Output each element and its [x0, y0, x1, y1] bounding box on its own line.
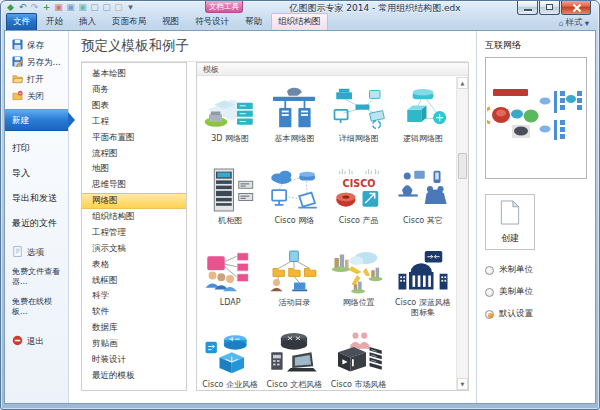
export-ppt-icon[interactable]: ▣: [65, 2, 76, 13]
template-item[interactable]: 逻辑网络图: [391, 82, 455, 164]
ribbon-tab[interactable]: 符号设计: [188, 13, 236, 30]
sidebar-item[interactable]: 免费在线模板...: [5, 294, 68, 320]
export-html-icon[interactable]: ▣: [77, 2, 88, 13]
preview-title: 互联网络: [485, 39, 587, 52]
restore-button[interactable]: [539, 1, 560, 15]
customize-qat-icon[interactable]: ▾: [125, 2, 136, 13]
radio-option[interactable]: 默认设置: [485, 308, 587, 320]
template-3d-network-icon: [202, 85, 258, 131]
category-item[interactable]: 工程管理: [82, 225, 186, 241]
create-button[interactable]: 创建: [485, 194, 535, 250]
template-cisco-products-icon: CISCO: [331, 167, 387, 213]
sidebar-item[interactable]: 导入: [5, 165, 68, 181]
category-item[interactable]: 思维导图: [82, 177, 186, 193]
scrollbar-thumb[interactable]: [458, 153, 467, 179]
category-item[interactable]: 商务: [82, 82, 186, 98]
sidebar-item[interactable]: 打印: [5, 140, 68, 156]
category-item[interactable]: 图表: [82, 98, 186, 114]
template-item[interactable]: Cisco 深蓝风格图标集: [391, 246, 455, 328]
template-item[interactable]: 详细网络图: [327, 82, 391, 164]
category-item[interactable]: 最近的模板: [82, 368, 186, 384]
category-item[interactable]: 演示文稿: [82, 241, 186, 257]
export-pdf-icon[interactable]: ▣: [53, 2, 64, 13]
export-image-icon[interactable]: ▢: [113, 2, 124, 13]
scroll-down-icon[interactable]: ▼: [457, 378, 468, 390]
sidebar-item[interactable]: 另存为...: [5, 53, 68, 70]
options-icon: [12, 246, 23, 257]
template-item[interactable]: 活动目录: [262, 246, 326, 328]
template-item[interactable]: Cisco 网络: [262, 164, 326, 246]
close-icon: [572, 3, 581, 12]
template-label: 活动目录: [278, 298, 310, 308]
radio-button-icon: [485, 310, 494, 319]
sidebar-item[interactable]: 关闭: [5, 87, 68, 104]
category-item[interactable]: 科学: [82, 288, 186, 304]
template-item[interactable]: Cisco 企业风格图标集: [198, 328, 262, 391]
template-item[interactable]: 机柜图: [198, 164, 262, 246]
category-item[interactable]: 基本绘图: [82, 66, 186, 82]
template-item[interactable]: Cisco 市场风格图标集: [327, 328, 391, 391]
radio-option[interactable]: 米制单位: [485, 264, 587, 276]
ribbon-tab[interactable]: 视图: [155, 13, 186, 30]
category-item[interactable]: 工程: [82, 114, 186, 130]
category-item[interactable]: 网络图: [82, 193, 186, 209]
ribbon-tab[interactable]: 插入: [72, 13, 103, 30]
template-item[interactable]: CISCOCisco 产品: [327, 164, 391, 246]
template-item[interactable]: LDAP: [198, 246, 262, 328]
template-item[interactable]: 网络位置: [327, 246, 391, 328]
ribbon-tab[interactable]: 组织结构图: [271, 13, 328, 30]
template-network-locations-icon: [331, 249, 387, 295]
sidebar-item[interactable]: 免费文件查看器...: [5, 264, 68, 290]
category-item[interactable]: 流程图: [82, 145, 186, 161]
sidebar-item[interactable]: 导出和发送: [5, 190, 68, 206]
sidebar-item[interactable]: 选项: [5, 243, 68, 260]
sidebar-item-label: 新建: [12, 115, 29, 125]
gallery-header: 模板: [197, 63, 468, 76]
template-cisco-network-icon: [266, 167, 322, 213]
redo-icon[interactable]: ↷: [29, 2, 40, 13]
template-item[interactable]: Cisco 其它: [391, 164, 455, 246]
add-shape-icon[interactable]: +: [41, 2, 52, 13]
category-item[interactable]: 时装设计: [82, 352, 186, 368]
template-item[interactable]: 基本网络图: [262, 82, 326, 164]
minimize-button[interactable]: [517, 1, 538, 15]
template-label: 详细网络图: [339, 134, 379, 144]
svg-text:CISCO: CISCO: [342, 178, 375, 189]
category-item[interactable]: 剪贴画: [82, 336, 186, 352]
ribbon-tab[interactable]: 文件: [6, 13, 37, 30]
ribbon-tab[interactable]: 页面布局: [105, 13, 153, 30]
template-item[interactable]: Cisco 文档风格图标集: [262, 328, 326, 391]
close-button[interactable]: [561, 1, 591, 15]
template-label: Cisco 产品: [339, 216, 379, 226]
window-controls: [516, 1, 591, 15]
sidebar-item[interactable]: 退出: [5, 332, 68, 349]
gallery-scrollbar[interactable]: ▲ ▼: [456, 77, 468, 390]
category-item[interactable]: 线框图: [82, 272, 186, 288]
minimize-icon: [524, 9, 532, 11]
restore-icon: [546, 4, 553, 10]
category-item[interactable]: 软件: [82, 304, 186, 320]
category-item[interactable]: 组织结构图: [82, 209, 186, 225]
ribbon-tab[interactable]: 开始: [39, 13, 70, 30]
category-item[interactable]: 数据库: [82, 320, 186, 336]
category-item[interactable]: 表格: [82, 257, 186, 273]
new-document-icon[interactable]: ▢: [89, 2, 100, 13]
template-grid: 3D 网络图基本网络图详细网络图逻辑网络图机柜图Cisco 网络CISCOCis…: [198, 77, 455, 390]
category-item[interactable]: 地图: [82, 161, 186, 177]
style-button[interactable]: ⌂ 样式 ▾: [559, 17, 589, 29]
template-cisco-other-icon: [395, 167, 451, 213]
sidebar-item[interactable]: 最近的文件: [5, 215, 68, 231]
app-logo-icon[interactable]: ◆: [5, 2, 16, 13]
scroll-up-icon[interactable]: ▲: [457, 77, 468, 89]
sidebar-item[interactable]: 打开: [5, 70, 68, 87]
radio-option[interactable]: 美制单位: [485, 286, 587, 298]
undo-icon[interactable]: ↶: [17, 2, 28, 13]
category-item[interactable]: 平面布置图: [82, 130, 186, 146]
open-document-icon[interactable]: ▢: [101, 2, 112, 13]
template-cisco-document-icon: [266, 331, 322, 377]
template-item[interactable]: 3D 网络图: [198, 82, 262, 164]
ribbon-tab[interactable]: 帮助: [238, 13, 269, 30]
template-rack-icon: [202, 167, 258, 213]
sidebar-item[interactable]: 新建: [5, 109, 68, 131]
sidebar-item[interactable]: 保存: [5, 36, 68, 53]
